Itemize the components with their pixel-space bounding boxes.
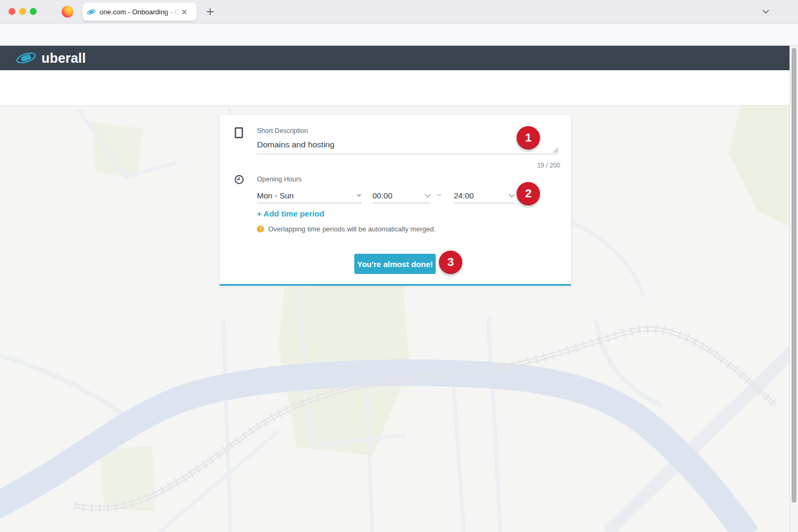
short-description-label: Short Description (257, 127, 308, 135)
new-tab-button[interactable] (204, 5, 217, 18)
textarea-underline (257, 154, 559, 154)
days-value: Mon - Sun (257, 191, 294, 200)
window-close-button[interactable] (9, 8, 15, 15)
description-icon (234, 127, 244, 139)
tab-title: one.com - Onboarding - Contact (99, 8, 179, 16)
page-scrollbar-track[interactable] (789, 46, 798, 532)
annotation-badge-3: 3 (439, 251, 462, 274)
resize-handle-icon[interactable] (552, 146, 559, 153)
merge-warning: Overlapping time periods will be automat… (257, 225, 436, 233)
short-description-input[interactable]: Domains and hosting (257, 140, 335, 149)
window-zoom-button[interactable] (30, 8, 37, 15)
add-time-period-link[interactable]: + Add time period (257, 209, 325, 218)
browser-window: one.com - Onboarding - Contact (0, 0, 798, 532)
caret-down-icon (356, 194, 362, 197)
time-to-select[interactable]: 24:00 (454, 188, 515, 203)
merge-warning-text: Overlapping time periods will be automat… (268, 225, 436, 233)
tab-close-icon[interactable] (179, 7, 189, 16)
warning-icon (257, 226, 264, 232)
time-from-select[interactable]: 00:00 (372, 188, 431, 203)
annotation-badge-2: 2 (517, 182, 540, 205)
tab-bar: one.com - Onboarding - Contact (0, 0, 798, 23)
days-select[interactable]: Mon - Sun (257, 188, 362, 203)
uberall-favicon-icon (87, 7, 96, 16)
annotation-badge-1: 1 (517, 126, 540, 149)
clock-icon (234, 174, 244, 185)
firefox-icon (62, 6, 73, 18)
window-minimize-button[interactable] (19, 8, 26, 15)
uberall-swoosh-icon (15, 49, 37, 67)
time-range-separator: – (437, 189, 441, 198)
browser-toolbar: https://uberall.one.com/en/app/one_uk/on… (0, 23, 798, 46)
brand-name: uberall (41, 51, 86, 66)
chevron-down-icon (425, 194, 431, 198)
submit-button[interactable]: You're almost done! (354, 254, 436, 274)
time-to-value: 24:00 (454, 191, 474, 200)
browser-tab[interactable]: one.com - Onboarding - Contact (82, 3, 197, 21)
uberall-header: uberall EN (0, 46, 798, 70)
page-scrollbar-thumb[interactable] (792, 48, 796, 503)
tab-list-chevron-icon[interactable] (759, 5, 772, 18)
time-from-value: 00:00 (372, 191, 393, 200)
uberall-logo: uberall (15, 49, 86, 67)
opening-hours-label: Opening Hours (257, 176, 302, 183)
char-counter: 19 / 200 (537, 162, 560, 169)
onboarding-step-header: Help your customers get in touch with yo… (0, 70, 798, 105)
chevron-down-icon (509, 194, 515, 198)
railway-icon (74, 327, 776, 510)
